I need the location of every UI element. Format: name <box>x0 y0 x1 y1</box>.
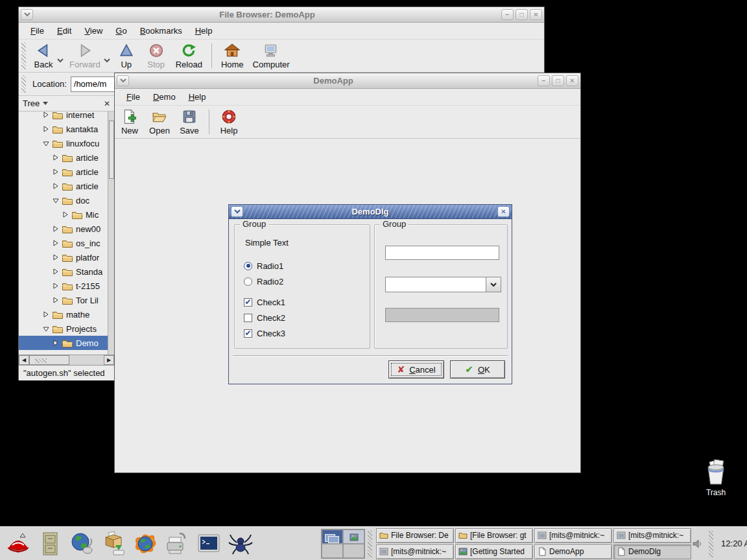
file-cabinet-icon[interactable] <box>36 530 64 557</box>
workspace-switcher[interactable] <box>321 529 365 559</box>
collapsed-arrow-icon[interactable] <box>53 169 59 175</box>
combo-input[interactable] <box>385 277 486 292</box>
tree-item-mic[interactable]: Mic <box>19 207 114 222</box>
tree-item-article[interactable]: article <box>19 150 114 165</box>
tree-item-t-2155[interactable]: t-2155 <box>19 279 114 293</box>
demoapp-menu-help[interactable]: Help <box>182 90 213 104</box>
task-file-browser-de[interactable]: File Browser: De <box>376 528 454 543</box>
task-mits-mitnick[interactable]: [mits@mitnick:~ <box>613 528 691 543</box>
trash-shortcut[interactable]: Trash <box>696 458 735 497</box>
checkbox-check3[interactable]: ✔Check3 <box>244 325 370 341</box>
collapsed-arrow-icon[interactable] <box>43 311 49 318</box>
toolbar-save-button[interactable]: Save <box>174 108 204 137</box>
maximize-button[interactable]: □ <box>552 75 564 86</box>
tree-item-linuxfocu[interactable]: linuxfocu <box>19 136 114 150</box>
scroll-left-icon[interactable]: ◀ <box>19 355 29 365</box>
toolbar-reload-button[interactable]: Reload <box>171 41 207 71</box>
collapsed-arrow-icon[interactable] <box>43 111 49 118</box>
tree-item-doc[interactable]: doc <box>19 193 114 207</box>
locationbar-drag-handle[interactable] <box>21 75 26 93</box>
expanded-arrow-icon[interactable] <box>43 140 49 146</box>
minimize-button[interactable]: − <box>538 75 550 86</box>
collapsed-arrow-icon[interactable] <box>53 240 59 246</box>
radio-radio1[interactable]: Radio1 <box>244 258 370 274</box>
task-demoapp[interactable]: DemoApp <box>534 544 612 559</box>
file-browser-menu-edit[interactable]: Edit <box>51 24 78 38</box>
tree-item-internet[interactable]: internet <box>19 111 114 122</box>
radio-button-icon[interactable] <box>244 262 252 270</box>
file-browser-menu-bookmarks[interactable]: Bookmarks <box>134 24 189 38</box>
printer-icon[interactable] <box>163 530 191 557</box>
toolbar-back-button[interactable]: Back <box>29 41 58 71</box>
close-button[interactable]: ✕ <box>497 206 510 217</box>
task-mits-mitnick[interactable]: [mits@mitnick:~ <box>376 544 454 559</box>
demoapp-menu-file[interactable]: File <box>120 90 147 104</box>
toolbar-open-button[interactable]: Open <box>145 108 174 137</box>
cancel-button[interactable]: ✘ Cancel <box>388 360 444 379</box>
tree-item-os-inc[interactable]: os_inc <box>19 236 114 250</box>
toolbar-up-button[interactable]: Up <box>112 41 141 71</box>
tree-item-platfor[interactable]: platfor <box>19 250 114 264</box>
tree-item-kantakta[interactable]: kantakta <box>19 122 114 136</box>
task-mits-mitnick[interactable]: [mits@mitnick:~ <box>534 528 612 543</box>
collapsed-arrow-icon[interactable] <box>53 297 59 303</box>
tree-item-new00[interactable]: new00 <box>19 222 114 236</box>
tree-item-demo[interactable]: Demo <box>19 336 114 350</box>
close-button[interactable]: ✕ <box>566 75 578 86</box>
checkbox-icon[interactable]: ✔ <box>244 298 252 307</box>
scroll-right-icon[interactable]: ▶ <box>104 355 114 365</box>
task-file-browser-gt[interactable]: [File Browser: gt <box>455 528 533 543</box>
collapsed-arrow-icon[interactable] <box>53 283 59 289</box>
toolbar-computer-button[interactable]: Computer <box>248 41 294 71</box>
workspace-1[interactable] <box>322 530 343 544</box>
collapsed-arrow-icon[interactable] <box>53 340 59 346</box>
window-menu-button[interactable] <box>21 9 33 20</box>
workspace-2[interactable] <box>343 530 364 544</box>
expanded-arrow-icon[interactable] <box>43 325 49 332</box>
red-hat-menu-icon[interactable] <box>5 530 32 557</box>
window-menu-button[interactable] <box>117 75 129 86</box>
toolbar-new-button[interactable]: New <box>115 108 145 137</box>
minimize-button[interactable]: − <box>501 9 514 20</box>
radio-button-icon[interactable] <box>244 277 252 286</box>
task-getting-started[interactable]: [Getting Started <box>455 544 533 559</box>
tree-item-projects[interactable]: Projects <box>19 321 114 336</box>
collapsed-arrow-icon[interactable] <box>53 154 59 161</box>
tree-vertical-scrollbar[interactable] <box>108 111 114 355</box>
combo-box[interactable] <box>385 277 501 292</box>
clock-drag-handle[interactable] <box>709 530 713 557</box>
terminal-icon[interactable] <box>195 530 222 557</box>
tasklist-drag-handle[interactable] <box>368 530 372 557</box>
tree-item-standa[interactable]: Standa <box>19 264 114 279</box>
chevron-down-icon[interactable] <box>43 102 48 106</box>
task-demodlg[interactable]: DemoDlg <box>613 544 691 559</box>
tree-item-tor-lil[interactable]: Tor Lil <box>19 293 114 307</box>
side-pane-close-icon[interactable]: ✕ <box>104 99 110 108</box>
close-button[interactable]: ✕ <box>530 9 542 20</box>
spider-icon[interactable] <box>227 530 254 557</box>
radio-radio2[interactable]: Radio2 <box>244 274 370 289</box>
collapsed-arrow-icon[interactable] <box>53 268 59 275</box>
file-browser-menu-go[interactable]: Go <box>109 24 133 38</box>
file-browser-menu-help[interactable]: Help <box>189 24 219 38</box>
collapsed-arrow-icon[interactable] <box>53 226 59 232</box>
checkbox-icon[interactable] <box>244 314 252 322</box>
tree-item-article[interactable]: article <box>19 165 114 179</box>
tree-horizontal-scrollbar[interactable]: ◀ ▶ <box>19 355 114 365</box>
ok-button[interactable]: ✔ OK <box>450 360 505 379</box>
collapsed-arrow-icon[interactable] <box>53 183 59 189</box>
collapsed-arrow-icon[interactable] <box>43 126 49 132</box>
chevron-down-icon[interactable] <box>57 58 64 63</box>
combo-dropdown-button[interactable] <box>486 277 501 292</box>
window-menu-button[interactable] <box>231 206 243 217</box>
expanded-arrow-icon[interactable] <box>53 197 59 204</box>
volume-icon[interactable] <box>691 538 703 550</box>
file-browser-menu-file[interactable]: File <box>24 24 51 38</box>
collapsed-arrow-icon[interactable] <box>62 211 69 218</box>
workspace-4[interactable] <box>343 544 364 558</box>
file-browser-menu-view[interactable]: View <box>78 24 109 38</box>
collapsed-arrow-icon[interactable] <box>53 254 59 261</box>
chevron-down-icon[interactable] <box>104 58 110 63</box>
tree-item-article[interactable]: article <box>19 179 114 193</box>
text-input[interactable] <box>385 246 499 260</box>
